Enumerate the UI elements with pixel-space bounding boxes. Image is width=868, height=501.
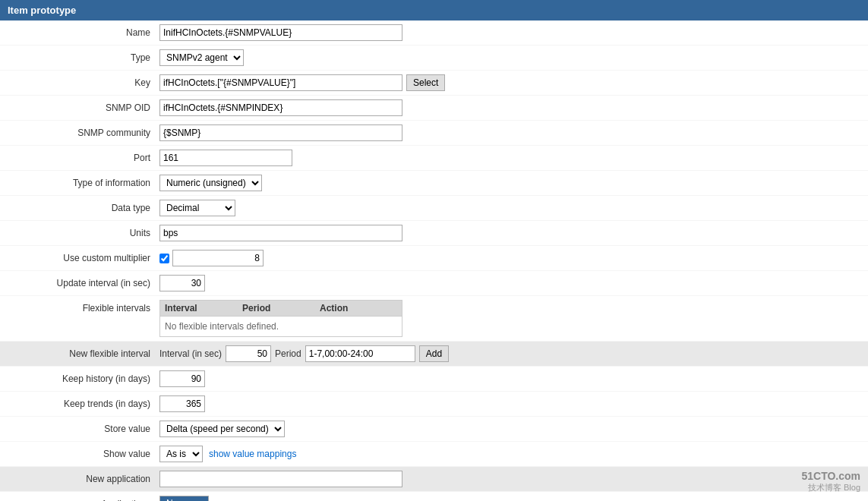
- field-port: [159, 150, 860, 166]
- multiplier-checkbox[interactable]: [159, 254, 169, 263]
- field-keep-history: [159, 370, 860, 387]
- col-action: Action: [320, 303, 397, 314]
- label-show-value: Show value: [8, 446, 159, 459]
- row-key: Key Select: [0, 71, 868, 96]
- label-store-value: Store value: [8, 421, 159, 434]
- field-flexible-intervals: Interval Period Action No flexible inter…: [159, 300, 860, 337]
- label-name: Name: [8, 24, 159, 38]
- type-info-select[interactable]: Numeric (unsigned) Numeric (float) Chara…: [159, 175, 262, 191]
- new-application-input[interactable]: [159, 471, 402, 487]
- field-data-type: Decimal Octal Hexadecimal Boolean: [159, 200, 860, 216]
- col-interval: Interval: [165, 303, 242, 314]
- field-multiplier: [159, 250, 860, 266]
- label-type-info: Type of information: [8, 175, 159, 188]
- row-applications: Applications -None-: [0, 492, 868, 501]
- label-units: Units: [8, 225, 159, 238]
- row-data-type: Data type Decimal Octal Hexadecimal Bool…: [0, 196, 868, 221]
- title-label: Item prototype: [8, 5, 76, 16]
- snmp-oid-input[interactable]: [159, 99, 402, 116]
- list-item[interactable]: -None-: [160, 496, 208, 501]
- label-update-interval: Update interval (in sec): [8, 275, 159, 288]
- field-applications: -None-: [159, 496, 860, 501]
- label-flexible-intervals: Flexible intervals: [8, 300, 159, 314]
- name-input[interactable]: [159, 24, 402, 41]
- field-new-application: [159, 471, 860, 487]
- row-snmp-oid: SNMP OID: [0, 96, 868, 121]
- row-snmp-community: SNMP community: [0, 121, 868, 146]
- row-units: Units: [0, 221, 868, 246]
- col-period: Period: [242, 303, 320, 314]
- flexible-intervals-table: Interval Period Action No flexible inter…: [159, 300, 402, 337]
- row-update-interval: Update interval (in sec): [0, 271, 868, 296]
- field-units: [159, 225, 860, 241]
- units-input[interactable]: [159, 225, 402, 241]
- field-keep-trends: [159, 395, 860, 412]
- row-show-value: Show value As is show value mappings: [0, 442, 868, 467]
- period-label: Period: [275, 348, 301, 359]
- row-multiplier: Use custom multiplier: [0, 246, 868, 271]
- field-new-flex-interval: Interval (in sec) Period Add: [159, 345, 860, 362]
- select-button[interactable]: Select: [406, 74, 445, 91]
- field-snmp-community: [159, 124, 860, 141]
- field-show-value: As is show value mappings: [159, 446, 860, 462]
- multiplier-value-input[interactable]: [172, 250, 264, 266]
- store-value-select[interactable]: As is Delta (speed per second) Delta (si…: [159, 421, 285, 437]
- row-keep-history: Keep history (in days): [0, 367, 868, 392]
- row-new-application: New application: [0, 467, 868, 492]
- new-interval-input[interactable]: [226, 345, 271, 362]
- row-flexible-intervals: Flexible intervals Interval Period Actio…: [0, 296, 868, 342]
- port-input[interactable]: [159, 150, 292, 166]
- interval-in-sec-label: Interval (in sec): [159, 348, 222, 359]
- show-value-select[interactable]: As is: [159, 446, 203, 462]
- show-value-mappings-link[interactable]: show value mappings: [209, 449, 296, 459]
- field-key: Select: [159, 74, 860, 91]
- row-keep-trends: Keep trends (in days): [0, 392, 868, 417]
- field-store-value: As is Delta (speed per second) Delta (si…: [159, 421, 860, 437]
- row-type-info: Type of information Numeric (unsigned) N…: [0, 171, 868, 196]
- type-select[interactable]: SNMPv2 agent SNMPv1 agent SNMPv3 agent: [159, 49, 244, 66]
- label-new-flex-interval: New flexible interval: [8, 345, 159, 359]
- label-snmp-oid: SNMP OID: [8, 99, 159, 113]
- label-snmp-community: SNMP community: [8, 124, 159, 138]
- snmp-community-input[interactable]: [159, 124, 402, 141]
- title-bar: Item prototype: [0, 0, 868, 20]
- flexible-table-body: No flexible intervals defined.: [160, 317, 402, 336]
- keep-trends-input[interactable]: [159, 395, 205, 412]
- watermark-tagline: 技术博客 Blog: [801, 482, 860, 493]
- field-update-interval: [159, 275, 860, 291]
- label-keep-trends: Keep trends (in days): [8, 395, 159, 409]
- form-container: Name Type SNMPv2 agent SNMPv1 agent SNMP…: [0, 20, 868, 501]
- field-type-info: Numeric (unsigned) Numeric (float) Chara…: [159, 175, 860, 191]
- row-new-flex-interval: New flexible interval Interval (in sec) …: [0, 342, 868, 367]
- field-snmp-oid: [159, 99, 860, 116]
- field-type: SNMPv2 agent SNMPv1 agent SNMPv3 agent: [159, 49, 860, 66]
- label-new-application: New application: [8, 471, 159, 484]
- row-port: Port: [0, 146, 868, 171]
- row-name: Name: [0, 20, 868, 46]
- row-type: Type SNMPv2 agent SNMPv1 agent SNMPv3 ag…: [0, 46, 868, 71]
- keep-history-input[interactable]: [159, 370, 205, 387]
- label-type: Type: [8, 49, 159, 63]
- data-type-select[interactable]: Decimal Octal Hexadecimal Boolean: [159, 200, 235, 216]
- label-key: Key: [8, 74, 159, 88]
- new-period-input[interactable]: [305, 345, 415, 362]
- update-interval-input[interactable]: [159, 275, 205, 291]
- key-input[interactable]: [159, 74, 402, 91]
- label-data-type: Data type: [8, 200, 159, 213]
- applications-list[interactable]: -None-: [159, 496, 209, 501]
- watermark-site: 51CTO.com: [801, 470, 860, 482]
- row-store-value: Store value As is Delta (speed per secon…: [0, 417, 868, 442]
- label-keep-history: Keep history (in days): [8, 370, 159, 384]
- add-flex-interval-button[interactable]: Add: [419, 345, 449, 362]
- label-applications: Applications: [8, 496, 159, 501]
- label-multiplier: Use custom multiplier: [8, 250, 159, 263]
- no-intervals-text: No flexible intervals defined.: [165, 321, 279, 332]
- field-name: [159, 24, 860, 41]
- label-port: Port: [8, 150, 159, 163]
- watermark: 51CTO.com 技术博客 Blog: [801, 470, 860, 493]
- flexible-table-header: Interval Period Action: [160, 301, 402, 317]
